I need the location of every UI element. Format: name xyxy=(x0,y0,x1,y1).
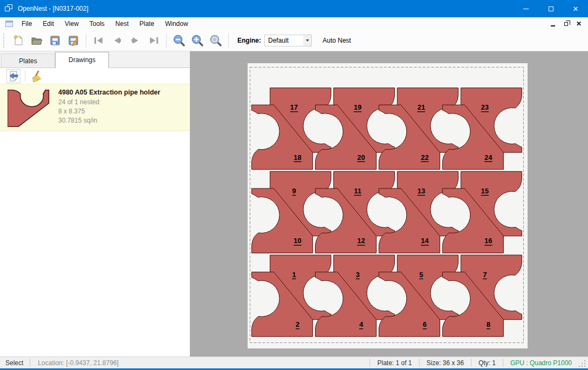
zoom-fit-button[interactable] xyxy=(208,32,224,49)
mdi-restore-button[interactable] xyxy=(562,20,570,28)
status-cell-2: Qty: 1 xyxy=(471,359,503,367)
drawing-title: 4980 A05 Extraction pipe holder xyxy=(58,89,184,96)
status-cell-0: Plate: 1 of 1 xyxy=(370,359,419,367)
status-location: Location: [-0.9437, 21.8796] xyxy=(30,359,126,367)
close-icon: ✕ xyxy=(573,5,579,12)
drawing-list-item[interactable]: 4980 A05 Extraction pipe holder 24 of 1 … xyxy=(0,84,190,131)
zoom-fit-icon xyxy=(209,34,222,47)
menu-item-plate[interactable]: Plate xyxy=(134,18,160,29)
zoom-in-icon xyxy=(191,34,204,47)
part-label-24: 24 xyxy=(484,153,493,162)
chevron-down-icon xyxy=(303,35,311,46)
tab-drawings[interactable]: Drawings xyxy=(55,52,109,68)
next-plate-button[interactable] xyxy=(127,32,143,49)
engine-value: Default xyxy=(265,37,303,44)
toolbar-separator xyxy=(166,33,167,48)
maximize-button[interactable] xyxy=(538,0,563,17)
toolbar-grip[interactable] xyxy=(3,33,6,48)
tab-plates[interactable]: Plates xyxy=(1,53,55,68)
resize-grip[interactable] xyxy=(579,360,586,368)
clear-drawings-button[interactable] xyxy=(30,69,44,83)
mdi-minimize-icon xyxy=(551,25,555,26)
opennest-window: OpenNest - [N0317-002] ✕ FileEditViewToo… xyxy=(0,0,588,370)
maximize-icon xyxy=(549,6,553,11)
part-label-4: 4 xyxy=(359,320,364,328)
toolbar-separator xyxy=(86,33,86,48)
broom-icon xyxy=(31,70,43,82)
drawing-list-empty-area xyxy=(0,131,190,356)
new-button[interactable] xyxy=(10,32,26,49)
part-label-17: 17 xyxy=(290,103,298,111)
tab-strip: Plates Drawings xyxy=(0,51,190,68)
status-cell-1: Size: 36 x 36 xyxy=(420,359,471,367)
part-label-21: 21 xyxy=(418,103,425,111)
mdi-close-button[interactable]: ✕ xyxy=(575,20,583,28)
toolbar-separator xyxy=(228,33,229,48)
last-plate-button[interactable] xyxy=(146,32,162,49)
minimize-icon xyxy=(523,9,529,9)
go-last-icon xyxy=(148,35,160,46)
part-label-20: 20 xyxy=(357,153,365,162)
menu-item-view[interactable]: View xyxy=(59,18,84,29)
part-label-6: 6 xyxy=(423,320,427,328)
engine-select[interactable]: Default xyxy=(264,35,312,46)
go-previous-icon xyxy=(111,35,123,46)
part-label-7: 7 xyxy=(483,271,487,279)
part-label-16: 16 xyxy=(484,237,492,245)
app-icon xyxy=(5,4,13,13)
mdi-window-controls: ✕ xyxy=(549,20,588,28)
part-label-10: 10 xyxy=(293,237,301,245)
mdi-restore-icon xyxy=(564,22,568,26)
part-label-9: 9 xyxy=(292,187,296,195)
open-folder-icon xyxy=(31,35,43,46)
import-drawing-icon xyxy=(8,70,19,82)
part-label-1: 1 xyxy=(292,271,296,279)
panel-toolbar-separator xyxy=(25,70,25,82)
part-shape xyxy=(8,90,49,127)
menu-bar: FileEditViewToolsNestPlateWindow ✕ xyxy=(0,17,588,30)
menu-item-nest[interactable]: Nest xyxy=(110,18,134,29)
part-label-11: 11 xyxy=(354,187,361,195)
part-label-12: 12 xyxy=(357,237,365,245)
menu-item-tools[interactable]: Tools xyxy=(84,18,110,29)
status-cell-3: GPU : Quadro P1000 xyxy=(503,359,579,367)
part-label-8: 8 xyxy=(487,320,490,328)
part-label-19: 19 xyxy=(354,103,361,111)
previous-plate-button[interactable] xyxy=(109,32,125,49)
main-toolbar: Engine: Default Auto Nest xyxy=(0,30,588,51)
drawing-area: 30.7815 sq/in xyxy=(58,116,184,125)
part-label-14: 14 xyxy=(421,237,429,245)
part-label-18: 18 xyxy=(293,153,301,162)
title-bar: OpenNest - [N0317-002] ✕ xyxy=(0,0,588,17)
engine-label: Engine: xyxy=(237,37,261,44)
open-button[interactable] xyxy=(29,32,45,49)
minimize-button[interactable] xyxy=(514,0,538,17)
part-label-2: 2 xyxy=(296,320,299,328)
go-first-icon xyxy=(93,35,105,46)
menu-item-window[interactable]: Window xyxy=(160,18,194,29)
document-window-icon[interactable] xyxy=(5,21,13,27)
part-label-3: 3 xyxy=(355,271,359,279)
mdi-minimize-button[interactable] xyxy=(549,20,557,28)
zoom-out-icon xyxy=(173,34,186,47)
save-as-button[interactable] xyxy=(65,32,81,49)
sidebar: Plates Drawings xyxy=(0,51,190,356)
menu-item-file[interactable]: File xyxy=(16,18,37,29)
drawings-toolbar xyxy=(0,68,190,84)
drawing-dimensions: 8 x 8.375 xyxy=(58,107,184,116)
first-plate-button[interactable] xyxy=(91,32,107,49)
part-label-5: 5 xyxy=(419,271,423,279)
save-button[interactable] xyxy=(47,32,63,49)
status-bar: Select Location: [-0.9437, 21.8796] Plat… xyxy=(0,356,588,370)
close-button[interactable]: ✕ xyxy=(563,0,588,17)
new-document-icon xyxy=(12,35,24,46)
zoom-in-button[interactable] xyxy=(189,32,206,49)
zoom-out-button[interactable] xyxy=(171,32,187,49)
window-title: OpenNest - [N0317-002] xyxy=(18,5,88,12)
mdi-close-icon: ✕ xyxy=(576,21,582,27)
nest-canvas[interactable]: 171819202122232491011121314151612345678 xyxy=(190,51,588,356)
part-label-22: 22 xyxy=(421,153,428,162)
menu-item-edit[interactable]: Edit xyxy=(37,18,59,29)
auto-nest-button[interactable]: Auto Nest xyxy=(319,35,354,46)
import-drawing-button[interactable] xyxy=(6,69,20,83)
